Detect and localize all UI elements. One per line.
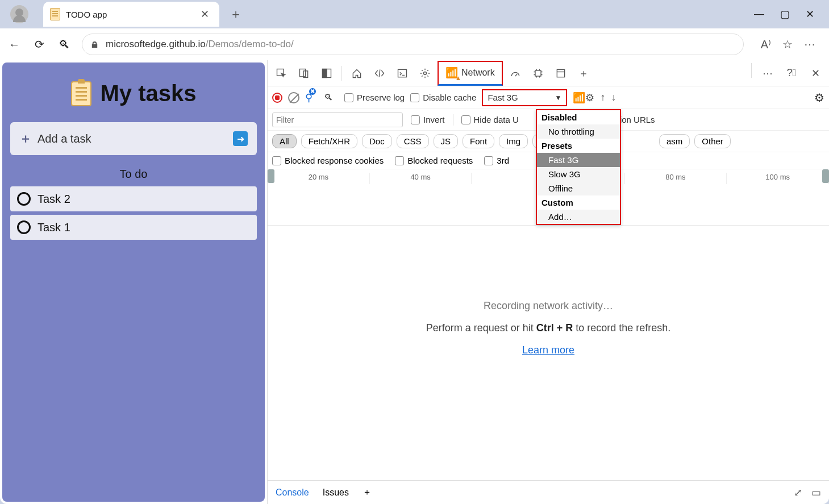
panel-layout-icon[interactable]: [316, 63, 337, 84]
network-toolbar: ⚲ 🔍︎ Preserve log Disable cache Fast 3G▼…: [268, 86, 829, 109]
import-har-icon[interactable]: ↑: [600, 91, 605, 103]
app-title: My tasks: [7, 81, 260, 106]
throttle-opt-fast3g[interactable]: Fast 3G: [537, 153, 620, 167]
submit-task-button[interactable]: ➜: [233, 131, 248, 146]
empty-state: Recording network activity… Perform a re…: [268, 300, 829, 356]
clear-button[interactable]: [288, 92, 299, 103]
application-tab-icon[interactable]: [551, 63, 571, 84]
drawer-add-icon[interactable]: ＋: [363, 486, 372, 498]
svg-rect-8: [557, 69, 564, 77]
drawer-dock-icon[interactable]: ▭: [811, 486, 821, 499]
section-label: To do: [7, 168, 260, 181]
url-text: microsoftedge.github.io/Demos/demo-to-do…: [106, 39, 294, 50]
more-tools-icon[interactable]: ⋯: [757, 63, 778, 84]
chip-all[interactable]: All: [272, 134, 297, 148]
blocked-cookies-checkbox[interactable]: Blocked response cookies: [272, 156, 384, 165]
hide-data-urls-checkbox[interactable]: Hide data U: [461, 115, 519, 124]
timeline-mark: 20 ms: [268, 173, 370, 184]
chip-css[interactable]: CSS: [397, 134, 429, 148]
tab-title: TODO app: [66, 10, 197, 19]
timeline-mark: 40 ms: [370, 173, 472, 184]
devtools-drawer: Console Issues ＋ ⤢ ▭: [268, 480, 829, 504]
clipboard-icon: [71, 81, 91, 106]
svg-point-6: [424, 72, 427, 74]
inspect-element-icon[interactable]: [271, 63, 291, 84]
drawer-expand-icon[interactable]: ⤢: [794, 486, 802, 499]
task-label: Task 2: [38, 193, 70, 206]
blocked-requests-checkbox[interactable]: Blocked requests: [395, 156, 473, 165]
network-conditions-icon[interactable]: 📶⚙: [573, 91, 594, 104]
chip-img[interactable]: Img: [499, 134, 528, 148]
browser-tab[interactable]: TODO app ✕: [43, 2, 219, 27]
throttle-opt-none[interactable]: No throttling: [537, 124, 620, 139]
tab-favicon: [50, 8, 60, 20]
wifi-icon: 📶▲: [445, 66, 458, 79]
refresh-button[interactable]: ⟳: [32, 38, 47, 51]
svg-rect-5: [398, 69, 407, 77]
preserve-log-checkbox[interactable]: Preserve log: [344, 93, 405, 102]
profile-avatar[interactable]: [10, 5, 28, 23]
dropdown-header: Disabled: [537, 110, 620, 124]
settings-icon[interactable]: ⚙: [814, 91, 824, 105]
drawer-console-tab[interactable]: Console: [276, 488, 309, 498]
svg-rect-1: [300, 69, 306, 76]
elements-tab-icon[interactable]: [369, 63, 390, 84]
third-party-checkbox[interactable]: 3rd: [484, 156, 509, 165]
warning-badge-icon: ▲: [455, 74, 461, 81]
address-bar[interactable]: 🔒︎ microsoftedge.github.io/Demos/demo-to…: [82, 34, 744, 55]
read-aloud-icon[interactable]: A⁾: [761, 38, 771, 51]
search-button[interactable]: 🔍︎: [57, 38, 72, 51]
chip-js[interactable]: JS: [434, 134, 459, 148]
network-tab[interactable]: 📶▲ Network: [438, 61, 503, 86]
window-close-icon[interactable]: ✕: [806, 8, 814, 20]
chip-doc[interactable]: Doc: [362, 134, 392, 148]
filter-input[interactable]: [272, 113, 403, 127]
invert-checkbox[interactable]: Invert: [411, 115, 445, 124]
search-icon[interactable]: 🔍︎: [318, 88, 339, 108]
task-item[interactable]: Task 2: [10, 186, 257, 211]
throttle-select[interactable]: Fast 3G▼: [482, 89, 567, 106]
close-devtools-icon[interactable]: ✕: [805, 63, 826, 84]
device-toggle-icon[interactable]: [294, 63, 314, 84]
filter-toggle-icon[interactable]: ⚲: [305, 91, 313, 104]
task-checkbox[interactable]: [17, 220, 31, 234]
throttle-opt-offline[interactable]: Offline: [537, 181, 620, 195]
add-task-input[interactable]: ＋ Add a task ➜: [10, 122, 257, 155]
export-har-icon[interactable]: ↓: [611, 91, 616, 103]
task-checkbox[interactable]: [17, 192, 31, 206]
disable-cache-checkbox[interactable]: Disable cache: [410, 93, 476, 102]
add-tab-icon[interactable]: ＋: [573, 63, 594, 84]
network-tab-label: Network: [461, 68, 495, 78]
memory-tab-icon[interactable]: [528, 63, 548, 84]
more-icon[interactable]: ⋯: [804, 38, 815, 51]
window-minimize-icon[interactable]: —: [754, 8, 764, 20]
chip-fetch[interactable]: Fetch/XHR: [301, 134, 357, 148]
drawer-issues-tab[interactable]: Issues: [323, 488, 349, 498]
svg-rect-7: [535, 70, 541, 76]
new-tab-button[interactable]: ＋: [230, 6, 242, 23]
learn-more-link[interactable]: Learn more: [522, 344, 574, 356]
throttle-opt-add[interactable]: Add…: [537, 210, 620, 224]
chip-other[interactable]: Other: [694, 134, 731, 148]
todo-app: My tasks ＋ Add a task ➜ To do Task 2 Tas…: [2, 63, 265, 502]
chip-font[interactable]: Font: [463, 134, 494, 148]
welcome-tab-icon[interactable]: [347, 63, 367, 84]
devtools-tabbar: 📶▲ Network ＋ ⋯ ?⃝ ✕: [268, 60, 829, 86]
favorite-icon[interactable]: ☆: [782, 38, 793, 51]
timeline-mark: 80 ms: [625, 173, 727, 184]
timeline-scroll-handle[interactable]: [268, 169, 274, 183]
console-tab-icon[interactable]: [392, 63, 413, 84]
window-maximize-icon[interactable]: ▢: [780, 8, 790, 20]
chip-wasm[interactable]: asm: [659, 134, 690, 148]
task-item[interactable]: Task 1: [10, 215, 257, 240]
record-button[interactable]: [272, 93, 282, 103]
back-button[interactable]: ←: [7, 38, 22, 51]
tab-close-icon[interactable]: ✕: [197, 8, 213, 20]
throttle-opt-slow3g[interactable]: Slow 3G: [537, 167, 620, 181]
svg-rect-4: [323, 69, 327, 77]
performance-tab-icon[interactable]: [505, 63, 526, 84]
help-icon[interactable]: ?⃝: [781, 63, 802, 84]
sources-tab-icon[interactable]: [415, 63, 435, 84]
timeline-scroll-handle[interactable]: [822, 169, 829, 183]
caret-down-icon: ▼: [555, 94, 562, 102]
